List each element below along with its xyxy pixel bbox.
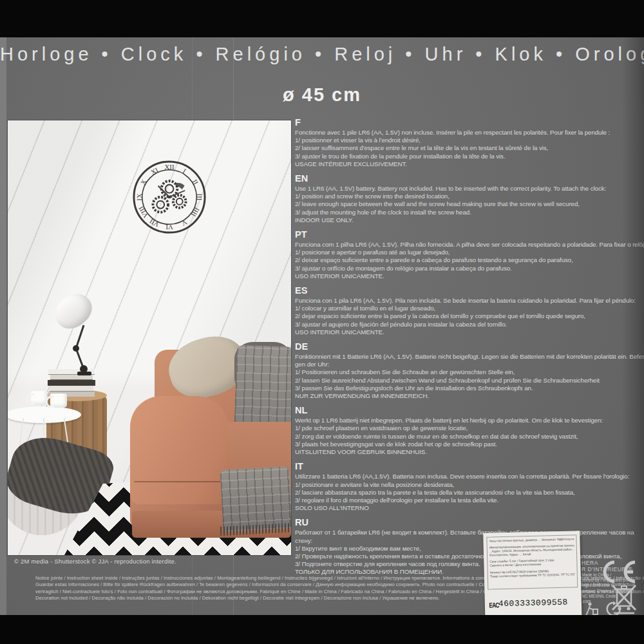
language-heading: ES — [295, 286, 641, 296]
side-table — [8, 406, 81, 423]
instruction-line: 1/ position and screw the screw into the… — [295, 193, 641, 200]
instruction-section-pt: PTFunciona com 1 pilha LR6 (AA, 1.5V). P… — [295, 230, 641, 280]
instruction-line: 1/ colocar y atornillar el tornillo en e… — [295, 305, 641, 312]
clock-numeral: II — [191, 178, 200, 186]
language-heading: EN — [295, 174, 641, 184]
wall-clock: XIIIIIIIIIIIIVVIVIIVIIIIXXXI — [131, 159, 207, 235]
instruction-line: 3/ ajuster le trou de fixation de la pen… — [295, 153, 641, 160]
clock-numeral: VIII — [137, 205, 149, 219]
clock-numeral: XII — [165, 163, 175, 171]
instruction-line: 2/ zorg dat er voldoende ruimte is tusse… — [295, 433, 641, 440]
product-label-sticker: Часы настенные круглые, диаметр: ... Мат… — [483, 531, 582, 629]
instruction-line: 3/ passen Sie das Befestigungsloch der U… — [295, 384, 641, 392]
label-text-block: Часы настенные круглые, диаметр: ... Мат… — [486, 535, 578, 589]
package-back-panel: Horloge • Clock • Relógio • Reloj • Uhr … — [0, 0, 644, 644]
instruction-line: 1/ Positionieren und schrauben Sie die S… — [295, 368, 641, 376]
instruction-section-it: ITUtilizzare 1 batteria LR6 (AA,1.5V). B… — [295, 462, 641, 512]
instruction-section-de: DEFonktionniert mit 1 Batterie LR6 (AA, … — [295, 342, 641, 400]
instruction-section-nl: NLWerkt op 1 LR6 batterij niet inbegrepe… — [295, 406, 641, 456]
photo-credit: © 2M media - Shutterstock © JJA - reprod… — [14, 558, 176, 565]
mug — [50, 393, 67, 408]
instruction-line: 2/ deixar espaço suficiente entre a pare… — [295, 256, 641, 264]
instruction-line: 3/ ajustar o orifício de montagem do rel… — [295, 265, 641, 272]
plaid-blanket-drape — [220, 466, 291, 532]
product-title-multilingual: Horloge • Clock • Relógio • Reloj • Uhr … — [0, 44, 644, 65]
instruction-line: Работают от 1 батарейки LR6 (не входит в… — [295, 529, 641, 536]
instruction-line: gen der Uhr: — [295, 361, 641, 368]
language-heading: NL — [295, 406, 641, 415]
language-heading: RU — [295, 518, 641, 527]
instruction-line: 3/ adjust the mounting hole of the clock… — [295, 209, 641, 216]
instruction-line: 3/ plaats het bevestigingsgat van de klo… — [295, 440, 641, 448]
sofa-seam — [134, 481, 225, 482]
language-heading: PT — [295, 230, 641, 240]
instruction-line: Use 1 LR6 (AA, 1.5V) battery. Battery no… — [295, 185, 641, 193]
instruction-line: Utilizzare 1 batteria LR6 (AA,1.5V). Bat… — [295, 473, 641, 480]
instruction-line: 3/ regolare il foro di montaggio dell'or… — [295, 497, 641, 504]
instruction-line: INDOOR USE ONLY. — [295, 216, 641, 224]
instruction-line: 2/ lassen Sie ausreichend Abstand zwisch… — [295, 377, 641, 384]
lifestyle-photo: XIIIIIIIIIIIIVVIVIIVIIIIXXXI — [8, 120, 291, 555]
package-top-edge — [0, 0, 644, 37]
instruction-line: NUR ZUR VERWENDUNG IM INNENBEREICH. — [295, 392, 641, 400]
instruction-line: USAGE INTÉRIEUR EXCLUSIVEMENT. — [295, 160, 641, 168]
instruction-line: стену: — [295, 537, 641, 545]
sofa-armrest — [130, 396, 228, 529]
instruction-section-es: ESFunciona con 1 pila LR6 (AA, 1.5V). Pi… — [295, 286, 641, 336]
clock-numeral: I — [182, 167, 187, 175]
instruction-line: 1/ pde schroef plaatsen en vastdraaien o… — [295, 424, 641, 432]
box-left-edge-highlight — [0, 37, 6, 615]
clock-numeral: VI — [166, 223, 173, 231]
label-line: Часы настенные круглые, диаметр: ... Мат… — [489, 537, 574, 543]
instruction-line: USO INTERIOR UNICAMENTE. — [295, 272, 641, 280]
instruction-line: 2/ laisser suffisamment d'espace entre l… — [295, 144, 641, 152]
language-heading: DE — [295, 342, 641, 352]
clock-numeral: V — [180, 218, 189, 227]
instruction-line: 3/ ajustar el agujero de fijación del pé… — [295, 321, 641, 328]
instruction-section-en: ENUse 1 LR6 (AA, 1.5V) battery. Battery … — [295, 174, 641, 224]
instruction-line: Fonctionne avec 1 pile LR6 (AA, 1.5V) no… — [295, 129, 641, 137]
instruction-line: 2/ leave enough space between the wall a… — [295, 200, 641, 208]
instruction-line: Funciona con 1 pila LR6 (AA, 1.5V). Pila… — [295, 297, 641, 305]
language-heading: IT — [295, 462, 641, 471]
diameter-label: ø 45 cm — [0, 84, 644, 106]
clock-numeral: X — [138, 178, 147, 186]
instruction-line: 1/ posizionare e avvitare la vite nella … — [295, 481, 641, 489]
package-bottom-edge — [0, 615, 644, 644]
instruction-line: 1/ positionner et visser la vis à l'endr… — [295, 137, 641, 144]
instruction-line: SOLO USO ALL'INTERNO — [295, 504, 641, 512]
instruction-line: UITSLUITEND VOOR GEBRUIK BINNENHUIS. — [295, 448, 641, 456]
instruction-line: 2/ dejar espacio suficiente entre la par… — [295, 312, 641, 320]
instruction-line: 1/ posicionar e apertar o parafuso até a… — [295, 249, 641, 256]
instruction-line: 2/ lasciare abbastanza spazio tra la par… — [295, 489, 641, 497]
barcode-number: 4603333099558 — [485, 597, 582, 609]
clock-numeral: III — [196, 194, 204, 201]
instruction-line: Funciona com 1 pilha LR6 (AA, 1.5V). Pil… — [295, 241, 641, 249]
clock-numeral: IX — [135, 193, 143, 201]
instruction-line: 1/ Вкрутите винт в необходимом вам месте… — [295, 545, 641, 553]
instruction-line: Werkt op 1 LR6 batterij niet inbegrepen.… — [295, 417, 641, 424]
instruction-section-f: FFonctionne avec 1 pile LR6 (AA, 1.5V) n… — [295, 118, 641, 168]
instruction-line: Fonktionniert mit 1 Batterie LR6 (AA, 1.… — [295, 353, 641, 361]
instruction-line: USO INTERIOR UNICAMENTE. — [295, 328, 641, 336]
language-heading: F — [295, 118, 641, 128]
instructions-panel: FFonctionne avec 1 pile LR6 (AA, 1.5V) n… — [295, 118, 641, 582]
